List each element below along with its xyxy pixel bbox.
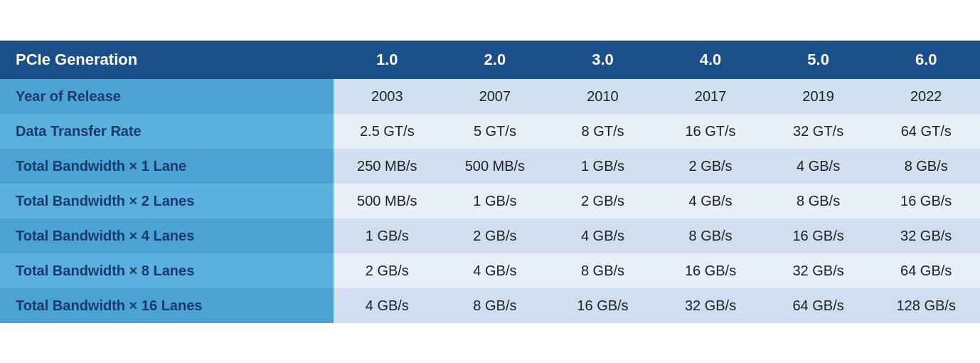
- table-row: Year of Release200320072010201720192022: [0, 79, 980, 114]
- row-cell: 5 GT/s: [441, 114, 549, 149]
- row-cell: 4 GB/s: [334, 288, 442, 323]
- table-row: Total Bandwidth × 8 Lanes2 GB/s4 GB/s8 G…: [0, 253, 980, 288]
- row-cell: 128 GB/s: [872, 288, 980, 323]
- row-cell: 8 GT/s: [549, 114, 657, 149]
- row-label: Total Bandwidth × 2 Lanes: [0, 184, 334, 219]
- row-cell: 2.5 GT/s: [334, 114, 442, 149]
- row-cell: 32 GB/s: [872, 219, 980, 253]
- row-label: Total Bandwidth × 1 Lane: [0, 149, 334, 184]
- table-row: Data Transfer Rate2.5 GT/s5 GT/s8 GT/s16…: [0, 114, 980, 149]
- row-cell: 4 GB/s: [656, 184, 765, 219]
- row-cell: 2 GB/s: [656, 149, 765, 184]
- header-v2: 2.0: [441, 41, 549, 79]
- header-v4: 4.0: [656, 41, 765, 79]
- row-cell: 8 GB/s: [441, 288, 549, 323]
- row-cell: 16 GB/s: [656, 253, 765, 288]
- row-cell: 8 GB/s: [656, 219, 765, 253]
- row-label: Year of Release: [0, 79, 334, 114]
- table-row: Total Bandwidth × 1 Lane250 MB/s500 MB/s…: [0, 149, 980, 184]
- row-cell: 4 GB/s: [441, 253, 549, 288]
- row-cell: 2 GB/s: [334, 253, 442, 288]
- row-cell: 32 GT/s: [765, 114, 873, 149]
- row-cell: 64 GT/s: [872, 114, 980, 149]
- row-cell: 4 GB/s: [765, 149, 873, 184]
- row-cell: 1 GB/s: [334, 219, 442, 253]
- table-row: Total Bandwidth × 4 Lanes1 GB/s2 GB/s4 G…: [0, 219, 980, 253]
- row-cell: 2019: [765, 79, 873, 114]
- table-header-row: PCIe Generation 1.0 2.0 3.0 4.0 5.0 6.0: [0, 41, 980, 79]
- row-cell: 4 GB/s: [549, 219, 657, 253]
- row-cell: 8 GB/s: [549, 253, 657, 288]
- row-cell: 8 GB/s: [765, 184, 873, 219]
- row-cell: 2017: [656, 79, 765, 114]
- row-cell: 8 GB/s: [872, 149, 980, 184]
- pcie-table: PCIe Generation 1.0 2.0 3.0 4.0 5.0 6.0 …: [0, 41, 980, 323]
- row-cell: 1 GB/s: [549, 149, 657, 184]
- table-row: Total Bandwidth × 2 Lanes500 MB/s1 GB/s2…: [0, 184, 980, 219]
- row-cell: 16 GB/s: [549, 288, 657, 323]
- row-cell: 2022: [872, 79, 980, 114]
- header-v5: 5.0: [765, 41, 873, 79]
- row-cell: 2003: [334, 79, 442, 114]
- row-cell: 2 GB/s: [441, 219, 549, 253]
- row-cell: 16 GB/s: [765, 219, 873, 253]
- row-cell: 32 GB/s: [765, 253, 873, 288]
- row-cell: 32 GB/s: [656, 288, 765, 323]
- row-cell: 2 GB/s: [549, 184, 657, 219]
- row-label: Total Bandwidth × 8 Lanes: [0, 253, 334, 288]
- row-label: Total Bandwidth × 16 Lanes: [0, 288, 334, 323]
- row-cell: 2007: [441, 79, 549, 114]
- row-cell: 250 MB/s: [334, 149, 442, 184]
- row-cell: 500 MB/s: [441, 149, 549, 184]
- table-row: Total Bandwidth × 16 Lanes4 GB/s8 GB/s16…: [0, 288, 980, 323]
- header-generation: PCIe Generation: [0, 41, 334, 79]
- row-cell: 2010: [549, 79, 657, 114]
- row-cell: 64 GB/s: [872, 253, 980, 288]
- row-cell: 16 GB/s: [872, 184, 980, 219]
- pcie-table-wrapper: PCIe Generation 1.0 2.0 3.0 4.0 5.0 6.0 …: [0, 41, 980, 323]
- row-label: Data Transfer Rate: [0, 114, 334, 149]
- row-cell: 500 MB/s: [334, 184, 442, 219]
- row-cell: 1 GB/s: [441, 184, 549, 219]
- row-cell: 16 GT/s: [656, 114, 765, 149]
- row-cell: 64 GB/s: [765, 288, 873, 323]
- header-v3: 3.0: [549, 41, 657, 79]
- header-v1: 1.0: [334, 41, 442, 79]
- row-label: Total Bandwidth × 4 Lanes: [0, 219, 334, 253]
- header-v6: 6.0: [872, 41, 980, 79]
